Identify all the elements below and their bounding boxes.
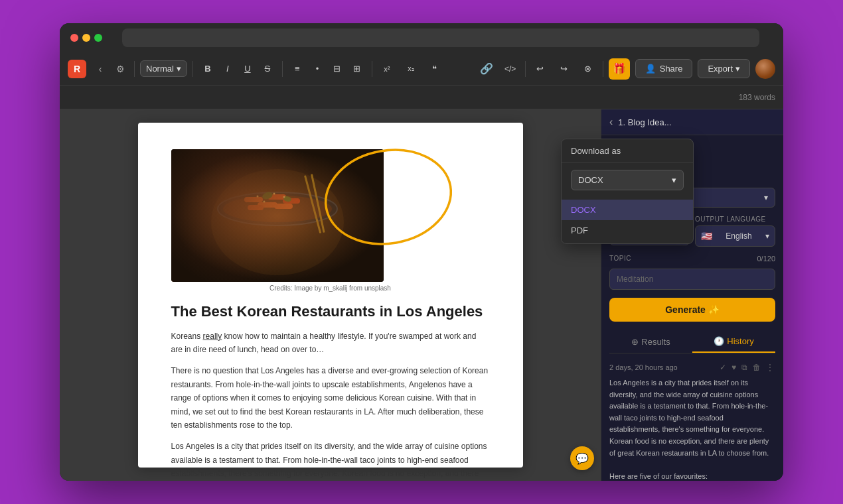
download-format-dropdown[interactable]: DOCX ▾: [571, 170, 684, 190]
redo-button[interactable]: ↪: [555, 60, 574, 78]
editor-area[interactable]: Credits: Image by m_skalij from unsplash…: [60, 109, 601, 481]
tabs-row: ⊕ Results 🕐 History: [609, 331, 775, 353]
history-tab[interactable]: 🕐 History: [692, 331, 775, 353]
svg-point-14: [256, 196, 258, 198]
strikethrough-button[interactable]: S: [258, 60, 277, 78]
language-select-item: OUTPUT LANGUAGE 🇺🇸 English ▾: [695, 216, 775, 247]
toolbar-divider-3: [282, 61, 283, 77]
undo-button[interactable]: ↩: [531, 60, 550, 78]
document-paragraph-1: Koreans really know how to maintain a he…: [171, 330, 490, 357]
document-title: The Best Korean Restaurants in Los Angel…: [171, 302, 490, 322]
unordered-list-button[interactable]: •: [308, 60, 327, 78]
food-image: [171, 149, 384, 282]
share-button[interactable]: 👤 Share: [635, 59, 693, 78]
panel-back-button[interactable]: ‹: [609, 116, 613, 128]
traffic-lights: [70, 34, 102, 42]
document-paragraph-2: There is no question that Los Angeles ha…: [171, 364, 490, 432]
svg-point-16: [283, 196, 285, 198]
secondary-toolbar: 183 words: [60, 86, 783, 109]
list-buttons: ≡ • ⊟ ⊞: [288, 60, 366, 78]
download-panel-header: Download as: [562, 139, 693, 163]
bold-button[interactable]: B: [198, 60, 217, 78]
code-button[interactable]: </>: [501, 60, 520, 78]
toolbar-divider-6: [603, 61, 603, 77]
back-nav-button[interactable]: ‹: [92, 60, 109, 78]
svg-point-15: [273, 193, 275, 195]
svg-rect-4: [244, 197, 263, 202]
toolbar-divider-2: [192, 61, 193, 77]
svg-point-3: [223, 196, 332, 222]
history-more-1[interactable]: ⋮: [765, 361, 775, 373]
topic-label: TOPIC: [609, 255, 631, 262]
superscript-button[interactable]: x²: [378, 60, 396, 78]
format-buttons: B I U S: [198, 60, 277, 78]
svg-rect-11: [311, 174, 325, 233]
language-label: OUTPUT LANGUAGE: [695, 216, 775, 223]
svg-point-17: [263, 201, 265, 203]
maximize-button[interactable]: [94, 34, 102, 42]
history-heart-1[interactable]: ♥: [730, 361, 737, 373]
history-delete-1[interactable]: 🗑: [751, 361, 762, 373]
svg-rect-5: [268, 194, 286, 200]
export-button[interactable]: Export ▾: [698, 59, 750, 78]
svg-rect-7: [283, 198, 300, 204]
image-caption: Credits: Image by m_skalij from unsplash: [171, 284, 490, 292]
app-logo[interactable]: R: [68, 60, 86, 78]
results-tab[interactable]: ⊕ Results: [609, 331, 692, 353]
word-count: 183 words: [739, 93, 775, 102]
history-text-1: Los Angeles is a city that prides itself…: [609, 377, 775, 481]
svg-point-13: [283, 196, 292, 203]
toolbar-right: 🔗 </> ↩ ↪ ⊗ 🎁 👤 Share Export ▾: [477, 58, 775, 80]
nav-buttons: ‹ ⚙: [92, 60, 129, 78]
style-dropdown[interactable]: Normal ▾: [140, 60, 187, 77]
svg-rect-8: [248, 205, 264, 210]
svg-point-12: [261, 191, 273, 201]
indent-decrease-button[interactable]: ⊟: [328, 60, 346, 78]
topic-label-row: TOPIC 0/120: [609, 255, 775, 266]
generate-button[interactable]: Generate ✨: [609, 298, 775, 322]
gift-button[interactable]: 🎁: [609, 58, 630, 80]
toolbar-divider-4: [372, 61, 372, 77]
download-panel: Download as DOCX ▾ DOCX PDF: [561, 139, 694, 244]
svg-rect-10: [304, 175, 321, 233]
ordered-list-button[interactable]: ≡: [288, 60, 307, 78]
document-image-container: Credits: Image by m_skalij from unsplash: [171, 149, 490, 292]
history-copy-1[interactable]: ⧉: [740, 361, 749, 373]
toolbar-divider-1: [134, 61, 135, 77]
close-button[interactable]: [70, 34, 78, 42]
toolbar-divider-5: [525, 61, 526, 77]
download-option-docx[interactable]: DOCX: [562, 200, 693, 220]
indent-increase-button[interactable]: ⊞: [348, 60, 366, 78]
link-button[interactable]: 🔗: [477, 60, 496, 78]
download-options: DOCX PDF: [562, 197, 693, 243]
svg-rect-6: [258, 202, 277, 208]
title-bar: [60, 23, 783, 52]
svg-rect-0: [171, 149, 384, 282]
app-window: R ‹ ⚙ Normal ▾ B I U S ≡ • ⊟ ⊞ x² x₂ ❝: [60, 23, 783, 481]
language-dropdown[interactable]: 🇺🇸 English ▾: [695, 225, 775, 247]
main-toolbar: R ‹ ⚙ Normal ▾ B I U S ≡ • ⊟ ⊞ x² x₂ ❝: [60, 52, 783, 86]
settings-button[interactable]: ⚙: [112, 60, 129, 78]
svg-rect-9: [274, 204, 293, 209]
history-check-1[interactable]: ✓: [718, 361, 728, 373]
clear-format-button[interactable]: ⊗: [579, 60, 597, 78]
minimize-button[interactable]: [82, 34, 90, 42]
topic-input[interactable]: [609, 269, 775, 290]
history-item-1-meta: 2 days, 20 hours ago ✓ ♥ ⧉ 🗑 ⋮: [609, 361, 775, 373]
flag-emoji: 🇺🇸: [701, 231, 712, 241]
panel-header: ‹ 1. Blog Idea...: [601, 109, 783, 135]
download-option-pdf[interactable]: PDF: [562, 220, 693, 241]
chat-bubble-button[interactable]: 💬: [570, 446, 594, 470]
italic-button[interactable]: I: [218, 60, 237, 78]
topic-count: 0/120: [757, 255, 775, 266]
svg-point-1: [211, 169, 344, 275]
document-paragraph-3: Los Angeles is a city that prides itself…: [171, 440, 490, 481]
history-time-1: 2 days, 20 hours ago: [609, 363, 678, 371]
blockquote-button[interactable]: ❝: [425, 60, 444, 78]
underline-button[interactable]: U: [238, 60, 257, 78]
subscript-button[interactable]: x₂: [402, 60, 420, 78]
main-content: Credits: Image by m_skalij from unsplash…: [60, 109, 783, 481]
document-page: Credits: Image by m_skalij from unsplash…: [138, 123, 523, 468]
user-avatar[interactable]: [755, 59, 775, 79]
url-bar[interactable]: [122, 29, 759, 47]
